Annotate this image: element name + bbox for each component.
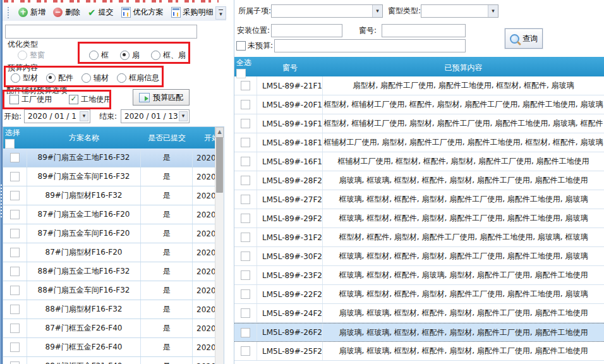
add-button[interactable]: + 新增: [15, 6, 49, 19]
plan-filter-input[interactable]: [5, 25, 197, 39]
no-budget-checkbox[interactable]: [236, 41, 246, 51]
row-checkbox[interactable]: [10, 267, 20, 276]
window-row[interactable]: LM5L-89#-23F21框玻璃, 框型材, 框配件, 扇玻璃, 扇型材, 扇…: [234, 266, 604, 285]
select-all-checkbox[interactable]: [5, 139, 15, 149]
plan-row[interactable]: 89#门框五金F26-F40是2020/0: [3, 338, 215, 357]
row-checkbox[interactable]: [241, 233, 250, 242]
row-checkbox[interactable]: [10, 343, 20, 352]
row-checkbox[interactable]: [241, 138, 250, 147]
plan-table-scrollbar[interactable]: ▲: [215, 127, 224, 364]
window-row[interactable]: LM5L-89#-21F19扇型材, 扇配件工厂使用, 扇配件工地使用, 框型材…: [234, 76, 604, 95]
window-row[interactable]: LM5L-89#-29F27框玻璃, 框型材, 框配件, 扇型材, 扇配件工厂使…: [234, 209, 604, 228]
row-checkbox[interactable]: [10, 324, 20, 333]
radio-option[interactable]: 框、扇: [151, 50, 186, 61]
row-checkbox[interactable]: [10, 191, 20, 200]
row-checkbox[interactable]: [241, 100, 250, 109]
window-row[interactable]: LM5L-89#-19F17框型材, 框辅材工厂使用, 扇型材, 扇配件工厂使用…: [234, 114, 604, 133]
chevron-down-icon[interactable]: ▾: [488, 5, 498, 17]
radio-option[interactable]: 扇: [120, 50, 140, 61]
row-checkbox[interactable]: [241, 270, 250, 280]
radio-option[interactable]: 型材: [11, 73, 38, 83]
install-position-input[interactable]: [271, 24, 342, 37]
window-row[interactable]: LM5L-89#-30F28框玻璃, 框型材, 框配件, 扇型材, 扇配件工厂使…: [234, 247, 604, 266]
plan-table: 选择 方案名称 是否已提交 开始 89#门扇五金工地F16-F32是2020/0…: [3, 126, 224, 364]
plan-row[interactable]: 88#门扇五金工地F16-F32是2020/0: [3, 262, 215, 281]
window-row[interactable]: LM5L-89#-16F15框辅材工厂使用, 框型材, 框配件, 扇型材, 扇配…: [234, 152, 604, 171]
chevron-down-icon[interactable]: ▾: [372, 5, 382, 17]
row-checkbox[interactable]: [241, 176, 250, 185]
scrollbar-thumb[interactable]: [216, 137, 223, 193]
plan-row[interactable]: 87#门扇型材F16-F20是2020/0: [3, 243, 215, 262]
row-checkbox[interactable]: [241, 289, 250, 299]
radio-option[interactable]: 整窗: [18, 50, 45, 61]
window-row[interactable]: LM5L-89#-31F29框型材, 框配件, 扇型材, 扇配件工厂使用, 扇配…: [234, 228, 604, 247]
row-checkbox[interactable]: [241, 328, 250, 337]
radio-option[interactable]: 框扇信息: [117, 73, 159, 83]
plan-row[interactable]: 89#门扇五金工地F16-F32是2020/0: [3, 149, 215, 167]
plan-row[interactable]: 88#门扇型材F16-F32是2020/0: [3, 300, 215, 319]
start-date-picker[interactable]: 2020 / 01 / 1 ▾: [24, 109, 90, 123]
plan-row[interactable]: 89#门扇五金车间F16-F32是2020/0: [3, 167, 215, 186]
delete-button[interactable]: − 删除: [49, 6, 84, 19]
window-row[interactable]: LM5L-89#-18F16框辅材工厂使用, 扇型材, 扇配件工厂使用, 扇配件…: [234, 133, 604, 152]
row-checkbox[interactable]: [10, 153, 20, 162]
plan-row[interactable]: 88#门扇五金车间F16-F32是2020/0: [3, 281, 215, 300]
window-row[interactable]: LM5L-89#-22F20框玻璃, 框型材, 框配件, 扇型材, 扇配件工厂使…: [234, 285, 604, 304]
row-checkbox[interactable]: [10, 248, 20, 257]
window-row[interactable]: LM5L-89#-28F26扇玻璃, 框玻璃, 框型材, 框配件, 扇型材, 扇…: [234, 171, 604, 190]
chevron-down-icon[interactable]: ▾: [80, 111, 88, 121]
row-checkbox[interactable]: [241, 81, 250, 90]
chevron-down-icon[interactable]: ▾: [179, 111, 188, 121]
toolbar-overflow-button[interactable]: ▾: [215, 6, 226, 20]
plan-row[interactable]: 88#门框五金F21-F40是2020/0: [3, 357, 215, 364]
window-row[interactable]: LM5L-89#-24F22扇玻璃, 框玻璃, 框型材, 框配件, 扇型材, 扇…: [234, 304, 604, 323]
sub-item-combobox[interactable]: ▾: [271, 4, 383, 18]
end-date-value: 2020 / 01 / 13: [124, 112, 178, 121]
submitted-flag: 是: [141, 149, 193, 167]
row-checkbox[interactable]: [10, 305, 20, 314]
purchase-detail-button[interactable]: 采购明细 ▾: [167, 6, 223, 19]
scroll-up-arrow[interactable]: ▲: [215, 127, 224, 138]
plan-row[interactable]: 89#门扇型材F16-F32是2020/0: [3, 186, 215, 205]
window-no-input[interactable]: [382, 24, 466, 37]
budget-match-icon: [139, 93, 150, 102]
row-checkbox[interactable]: [241, 214, 250, 223]
radio-icon: [82, 73, 91, 83]
window-code: LM5L-89#-25F23: [257, 342, 323, 360]
row-checkbox[interactable]: [241, 157, 250, 166]
row-checkbox[interactable]: [10, 210, 20, 219]
row-checkbox[interactable]: [10, 229, 20, 238]
toolbar-grip[interactable]: [8, 7, 11, 18]
window-type-combobox[interactable]: ▾: [421, 4, 498, 18]
no-budget-input[interactable]: [274, 39, 466, 52]
radio-option[interactable]: 辅材: [82, 73, 109, 83]
optimize-plan-button[interactable]: 优化方案: [118, 6, 167, 19]
row-checkbox[interactable]: [10, 286, 20, 295]
submit-button[interactable]: ✔ 提交: [84, 6, 118, 19]
radio-option[interactable]: 配件: [46, 73, 73, 83]
row-checkbox[interactable]: [241, 346, 250, 356]
window-code: LM5L-89#-19F17: [257, 114, 323, 133]
submitted-flag: 是: [141, 186, 193, 205]
budget-match-button[interactable]: 预算匹配: [133, 89, 190, 106]
window-row[interactable]: LM5L-89#-27F25框玻璃, 框型材, 框配件, 扇型材, 扇配件工厂使…: [234, 190, 604, 209]
report-icon: [121, 7, 131, 18]
row-checkbox[interactable]: [10, 361, 20, 364]
radio-option[interactable]: 框: [89, 50, 109, 61]
row-checkbox[interactable]: [241, 119, 250, 128]
window-no-column-header: 窗号: [257, 63, 323, 73]
start-date: 2020/0: [193, 319, 215, 337]
row-checkbox[interactable]: [241, 308, 250, 318]
row-checkbox[interactable]: [241, 195, 250, 204]
row-checkbox[interactable]: [241, 252, 250, 261]
window-row[interactable]: LM5L-89#-20F18框型材, 框辅材工厂使用, 框配件, 扇型材, 扇配…: [234, 95, 604, 114]
window-row[interactable]: LM5L-89#-25F23扇玻璃, 框玻璃, 框型材, 框配件, 扇型材, 扇…: [234, 342, 604, 361]
end-date-picker[interactable]: 2020 / 01 / 13 ▾: [121, 109, 190, 123]
plan-row[interactable]: 87#门扇五金工地F16-F20是2020/0: [3, 205, 215, 224]
row-checkbox[interactable]: [10, 172, 20, 181]
plan-row[interactable]: 87#门框五金F26-F40是2020/0: [3, 319, 215, 338]
plan-row[interactable]: 87#门扇五金车间F16-F20是2020/0: [3, 224, 215, 243]
checkbox-option[interactable]: 工地使用: [69, 94, 111, 105]
checkbox-option[interactable]: 工厂使用: [9, 94, 52, 105]
window-row[interactable]: LM5L-89#-26F24扇玻璃, 框玻璃, 框型材, 框配件, 扇型材, 扇…: [234, 323, 604, 342]
